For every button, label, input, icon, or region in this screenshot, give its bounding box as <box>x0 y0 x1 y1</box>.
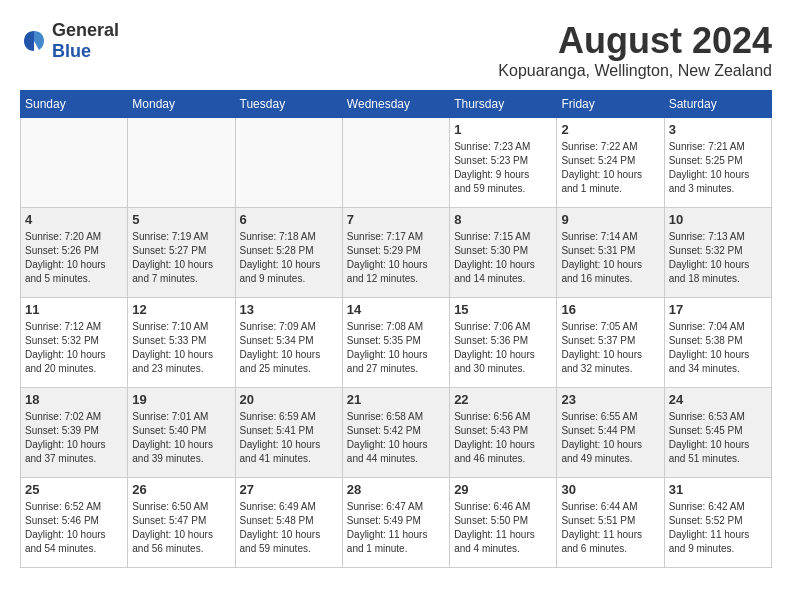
day-info: Sunrise: 7:04 AM Sunset: 5:38 PM Dayligh… <box>669 320 767 376</box>
day-info: Sunrise: 6:44 AM Sunset: 5:51 PM Dayligh… <box>561 500 659 556</box>
logo-icon <box>20 27 48 55</box>
day-info: Sunrise: 7:06 AM Sunset: 5:36 PM Dayligh… <box>454 320 552 376</box>
day-number: 4 <box>25 212 123 227</box>
day-number: 21 <box>347 392 445 407</box>
day-info: Sunrise: 7:13 AM Sunset: 5:32 PM Dayligh… <box>669 230 767 286</box>
calendar-cell: 19Sunrise: 7:01 AM Sunset: 5:40 PM Dayli… <box>128 388 235 478</box>
day-info: Sunrise: 7:19 AM Sunset: 5:27 PM Dayligh… <box>132 230 230 286</box>
logo-general: General <box>52 20 119 40</box>
weekday-header-saturday: Saturday <box>664 91 771 118</box>
calendar-week-row: 4Sunrise: 7:20 AM Sunset: 5:26 PM Daylig… <box>21 208 772 298</box>
day-info: Sunrise: 7:23 AM Sunset: 5:23 PM Dayligh… <box>454 140 552 196</box>
day-info: Sunrise: 7:09 AM Sunset: 5:34 PM Dayligh… <box>240 320 338 376</box>
calendar-cell: 30Sunrise: 6:44 AM Sunset: 5:51 PM Dayli… <box>557 478 664 568</box>
day-number: 7 <box>347 212 445 227</box>
calendar-cell: 29Sunrise: 6:46 AM Sunset: 5:50 PM Dayli… <box>450 478 557 568</box>
calendar-cell <box>21 118 128 208</box>
day-number: 14 <box>347 302 445 317</box>
calendar-week-row: 1Sunrise: 7:23 AM Sunset: 5:23 PM Daylig… <box>21 118 772 208</box>
calendar-cell: 1Sunrise: 7:23 AM Sunset: 5:23 PM Daylig… <box>450 118 557 208</box>
calendar-cell: 23Sunrise: 6:55 AM Sunset: 5:44 PM Dayli… <box>557 388 664 478</box>
page-header: General Blue August 2024 Kopuaranga, Wel… <box>20 20 772 80</box>
calendar-cell: 13Sunrise: 7:09 AM Sunset: 5:34 PM Dayli… <box>235 298 342 388</box>
day-number: 10 <box>669 212 767 227</box>
logo: General Blue <box>20 20 119 62</box>
calendar-cell: 6Sunrise: 7:18 AM Sunset: 5:28 PM Daylig… <box>235 208 342 298</box>
day-number: 26 <box>132 482 230 497</box>
calendar-cell: 8Sunrise: 7:15 AM Sunset: 5:30 PM Daylig… <box>450 208 557 298</box>
day-number: 16 <box>561 302 659 317</box>
day-number: 29 <box>454 482 552 497</box>
calendar-cell: 15Sunrise: 7:06 AM Sunset: 5:36 PM Dayli… <box>450 298 557 388</box>
day-number: 20 <box>240 392 338 407</box>
day-info: Sunrise: 7:21 AM Sunset: 5:25 PM Dayligh… <box>669 140 767 196</box>
title-block: August 2024 Kopuaranga, Wellington, New … <box>498 20 772 80</box>
calendar-cell: 20Sunrise: 6:59 AM Sunset: 5:41 PM Dayli… <box>235 388 342 478</box>
day-info: Sunrise: 7:17 AM Sunset: 5:29 PM Dayligh… <box>347 230 445 286</box>
calendar-cell: 12Sunrise: 7:10 AM Sunset: 5:33 PM Dayli… <box>128 298 235 388</box>
calendar-cell: 28Sunrise: 6:47 AM Sunset: 5:49 PM Dayli… <box>342 478 449 568</box>
day-number: 2 <box>561 122 659 137</box>
calendar-cell <box>342 118 449 208</box>
day-info: Sunrise: 6:47 AM Sunset: 5:49 PM Dayligh… <box>347 500 445 556</box>
day-number: 23 <box>561 392 659 407</box>
calendar-cell: 16Sunrise: 7:05 AM Sunset: 5:37 PM Dayli… <box>557 298 664 388</box>
day-number: 22 <box>454 392 552 407</box>
day-info: Sunrise: 7:12 AM Sunset: 5:32 PM Dayligh… <box>25 320 123 376</box>
calendar-cell: 26Sunrise: 6:50 AM Sunset: 5:47 PM Dayli… <box>128 478 235 568</box>
day-number: 24 <box>669 392 767 407</box>
calendar-week-row: 25Sunrise: 6:52 AM Sunset: 5:46 PM Dayli… <box>21 478 772 568</box>
calendar-cell: 7Sunrise: 7:17 AM Sunset: 5:29 PM Daylig… <box>342 208 449 298</box>
calendar-table: SundayMondayTuesdayWednesdayThursdayFrid… <box>20 90 772 568</box>
day-number: 5 <box>132 212 230 227</box>
calendar-cell: 17Sunrise: 7:04 AM Sunset: 5:38 PM Dayli… <box>664 298 771 388</box>
day-number: 27 <box>240 482 338 497</box>
day-info: Sunrise: 7:02 AM Sunset: 5:39 PM Dayligh… <box>25 410 123 466</box>
calendar-cell: 5Sunrise: 7:19 AM Sunset: 5:27 PM Daylig… <box>128 208 235 298</box>
day-number: 18 <box>25 392 123 407</box>
day-number: 15 <box>454 302 552 317</box>
day-info: Sunrise: 6:42 AM Sunset: 5:52 PM Dayligh… <box>669 500 767 556</box>
month-year-title: August 2024 <box>498 20 772 62</box>
calendar-cell: 10Sunrise: 7:13 AM Sunset: 5:32 PM Dayli… <box>664 208 771 298</box>
day-number: 9 <box>561 212 659 227</box>
day-info: Sunrise: 6:50 AM Sunset: 5:47 PM Dayligh… <box>132 500 230 556</box>
calendar-cell: 2Sunrise: 7:22 AM Sunset: 5:24 PM Daylig… <box>557 118 664 208</box>
calendar-cell: 31Sunrise: 6:42 AM Sunset: 5:52 PM Dayli… <box>664 478 771 568</box>
calendar-cell: 27Sunrise: 6:49 AM Sunset: 5:48 PM Dayli… <box>235 478 342 568</box>
calendar-cell: 22Sunrise: 6:56 AM Sunset: 5:43 PM Dayli… <box>450 388 557 478</box>
weekday-header-wednesday: Wednesday <box>342 91 449 118</box>
weekday-header-sunday: Sunday <box>21 91 128 118</box>
day-number: 13 <box>240 302 338 317</box>
day-info: Sunrise: 7:01 AM Sunset: 5:40 PM Dayligh… <box>132 410 230 466</box>
calendar-cell: 18Sunrise: 7:02 AM Sunset: 5:39 PM Dayli… <box>21 388 128 478</box>
day-info: Sunrise: 6:49 AM Sunset: 5:48 PM Dayligh… <box>240 500 338 556</box>
day-info: Sunrise: 6:56 AM Sunset: 5:43 PM Dayligh… <box>454 410 552 466</box>
calendar-cell: 4Sunrise: 7:20 AM Sunset: 5:26 PM Daylig… <box>21 208 128 298</box>
day-info: Sunrise: 7:10 AM Sunset: 5:33 PM Dayligh… <box>132 320 230 376</box>
day-info: Sunrise: 6:46 AM Sunset: 5:50 PM Dayligh… <box>454 500 552 556</box>
day-number: 25 <box>25 482 123 497</box>
calendar-cell <box>128 118 235 208</box>
day-info: Sunrise: 7:18 AM Sunset: 5:28 PM Dayligh… <box>240 230 338 286</box>
weekday-header-monday: Monday <box>128 91 235 118</box>
calendar-cell <box>235 118 342 208</box>
day-number: 11 <box>25 302 123 317</box>
logo-text: General Blue <box>52 20 119 62</box>
calendar-cell: 11Sunrise: 7:12 AM Sunset: 5:32 PM Dayli… <box>21 298 128 388</box>
weekday-header-row: SundayMondayTuesdayWednesdayThursdayFrid… <box>21 91 772 118</box>
calendar-cell: 3Sunrise: 7:21 AM Sunset: 5:25 PM Daylig… <box>664 118 771 208</box>
day-number: 3 <box>669 122 767 137</box>
calendar-cell: 24Sunrise: 6:53 AM Sunset: 5:45 PM Dayli… <box>664 388 771 478</box>
day-info: Sunrise: 7:22 AM Sunset: 5:24 PM Dayligh… <box>561 140 659 196</box>
day-number: 12 <box>132 302 230 317</box>
day-info: Sunrise: 7:20 AM Sunset: 5:26 PM Dayligh… <box>25 230 123 286</box>
location-subtitle: Kopuaranga, Wellington, New Zealand <box>498 62 772 80</box>
day-info: Sunrise: 6:58 AM Sunset: 5:42 PM Dayligh… <box>347 410 445 466</box>
day-info: Sunrise: 7:14 AM Sunset: 5:31 PM Dayligh… <box>561 230 659 286</box>
day-info: Sunrise: 7:05 AM Sunset: 5:37 PM Dayligh… <box>561 320 659 376</box>
day-number: 30 <box>561 482 659 497</box>
calendar-cell: 25Sunrise: 6:52 AM Sunset: 5:46 PM Dayli… <box>21 478 128 568</box>
day-number: 31 <box>669 482 767 497</box>
day-info: Sunrise: 6:55 AM Sunset: 5:44 PM Dayligh… <box>561 410 659 466</box>
